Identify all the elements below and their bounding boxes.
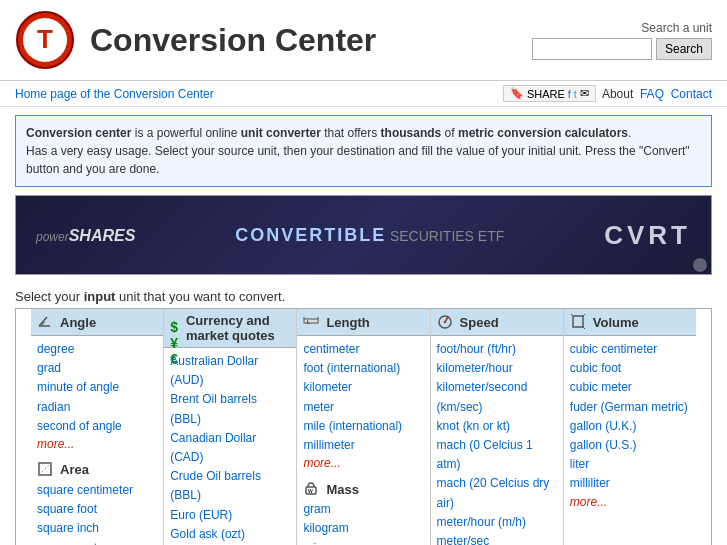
unit-gallon-us[interactable]: gallon (U.S.) <box>570 436 690 455</box>
unit-kilogram[interactable]: kilogram <box>303 519 423 538</box>
currency-header: $¥€ Currency and market quotes <box>164 309 296 348</box>
unit-fuder[interactable]: fuder (German metric) <box>570 398 690 417</box>
info-text-line2: Has a very easy usage. Select your sourc… <box>26 142 701 178</box>
unit-m-hr[interactable]: meter/hour (m/h) <box>437 513 557 532</box>
info-text-line1: Conversion center is a powerful online u… <box>26 124 701 142</box>
unit-sq-foot[interactable]: square foot <box>37 500 157 519</box>
volume-label: Volume <box>593 315 639 330</box>
unit-brent-bbl[interactable]: Brent Oil barrels (BBL) <box>170 390 290 428</box>
category-grid: Angle degree grad minute of angle radian… <box>15 308 712 545</box>
volume-more[interactable]: more... <box>570 495 607 509</box>
unit-centimeter[interactable]: centimeter <box>303 340 423 359</box>
length-label: Length <box>326 315 369 330</box>
contact-link[interactable]: Contact <box>671 87 712 101</box>
svg-line-19 <box>583 327 585 329</box>
search-button[interactable]: Search <box>656 38 712 60</box>
select-label: Select your input unit that you want to … <box>0 283 727 308</box>
unit-mach-0c[interactable]: mach (0 Celcius 1 atm) <box>437 436 557 474</box>
volume-header: Volume <box>564 309 696 336</box>
unit-gram[interactable]: gram <box>303 500 423 519</box>
unit-knot[interactable]: knot (kn or kt) <box>437 417 557 436</box>
bookmark-icon: 🔖 <box>510 87 524 100</box>
svg-text:T: T <box>37 24 53 54</box>
angle-header: Angle <box>31 309 163 336</box>
info-bold1: Conversion center <box>26 126 131 140</box>
unit-liter[interactable]: liter <box>570 455 690 474</box>
unit-eur[interactable]: Euro (EUR) <box>170 506 290 525</box>
unit-grad[interactable]: grad <box>37 359 157 378</box>
length-more[interactable]: more... <box>303 456 340 470</box>
logo: T <box>15 10 75 70</box>
ad-content: CONVERTIBLE SECURITIES ETF <box>235 225 504 246</box>
unit-sq-centimeter[interactable]: square centimeter <box>37 481 157 500</box>
svg-text:W: W <box>308 488 313 494</box>
ad-ticker: CVRT <box>604 220 691 251</box>
mass-header: W Mass <box>303 480 423 498</box>
unit-cubic-meter[interactable]: cubic meter <box>570 378 690 397</box>
search-row: Search <box>532 38 712 60</box>
mass-label: Mass <box>326 482 359 497</box>
unit-sq-meter[interactable]: square meter <box>37 539 157 546</box>
speed-label: Speed <box>460 315 499 330</box>
unit-crude-bbl[interactable]: Crude Oil barrels (BBL) <box>170 467 290 505</box>
svg-text:L: L <box>307 319 310 325</box>
unit-milliliter[interactable]: milliliter <box>570 474 690 493</box>
site-title: Conversion Center <box>90 22 522 59</box>
unit-second-of-angle[interactable]: second of angle <box>37 417 157 436</box>
unit-ft-hr[interactable]: foot/hour (ft/hr) <box>437 340 557 359</box>
svg-line-6 <box>39 463 51 475</box>
svg-line-4 <box>39 317 47 326</box>
col-volume: Volume cubic centimeter cubic foot cubic… <box>564 309 696 545</box>
svg-line-17 <box>571 314 573 316</box>
unit-degree[interactable]: degree <box>37 340 157 359</box>
svg-line-18 <box>583 314 585 316</box>
unit-m-sec[interactable]: meter/sec <box>437 532 557 545</box>
unit-foot-intl[interactable]: foot (international) <box>303 359 423 378</box>
unit-meter[interactable]: meter <box>303 398 423 417</box>
unit-gold-ask[interactable]: Gold ask (ozt) <box>170 525 290 544</box>
area-icon <box>37 461 55 479</box>
faq-link[interactable]: FAQ <box>640 87 664 101</box>
col-speed: Speed foot/hour (ft/hr) kilometer/hour k… <box>431 309 564 545</box>
share-area: 🔖 SHARE f t ✉ About FAQ Contact <box>503 85 712 102</box>
info-bold4: metric conversion calculators <box>458 126 628 140</box>
share-button[interactable]: 🔖 SHARE f t ✉ <box>503 85 596 102</box>
angle-icon <box>37 313 55 331</box>
unit-km-hr[interactable]: kilometer/hour <box>437 359 557 378</box>
unit-mach-20c[interactable]: mach (20 Celcius dry air) <box>437 474 557 512</box>
unit-microgram[interactable]: microgram <box>303 539 423 546</box>
unit-sq-inch[interactable]: square inch <box>37 519 157 538</box>
info-box: Conversion center is a powerful online u… <box>15 115 712 187</box>
ad-banner[interactable]: powerSHARES CONVERTIBLE SECURITIES ETF C… <box>15 195 712 275</box>
nav-bar: Home page of the Conversion Center 🔖 SHA… <box>0 81 727 107</box>
search-input[interactable] <box>532 38 652 60</box>
about-links: About FAQ Contact <box>602 87 712 101</box>
unit-cad[interactable]: Canadian Dollar (CAD) <box>170 429 290 467</box>
ad-logo: powerSHARES <box>36 225 135 246</box>
col-angle: Angle degree grad minute of angle radian… <box>31 309 164 545</box>
angle-label: Angle <box>60 315 96 330</box>
unit-millimeter[interactable]: millimeter <box>303 436 423 455</box>
home-link[interactable]: Home page of the Conversion Center <box>15 87 214 101</box>
facebook-icon: f <box>568 88 571 100</box>
unit-radian[interactable]: radian <box>37 398 157 417</box>
unit-km-sec[interactable]: kilometer/second (km/sec) <box>437 378 557 416</box>
currency-icon: $¥€ <box>170 319 181 337</box>
unit-gallon-uk[interactable]: gallon (U.K.) <box>570 417 690 436</box>
unit-cubic-cm[interactable]: cubic centimeter <box>570 340 690 359</box>
header: T Conversion Center Search a unit Search <box>0 0 727 81</box>
about-separator: About <box>602 87 633 101</box>
volume-icon <box>570 313 588 331</box>
unit-kilometer[interactable]: kilometer <box>303 378 423 397</box>
svg-point-15 <box>443 321 445 323</box>
speed-icon <box>437 313 455 331</box>
unit-minute-of-angle[interactable]: minute of angle <box>37 378 157 397</box>
ad-info-icon: i <box>693 258 707 272</box>
mass-icon: W <box>303 480 321 498</box>
select-bold: input <box>84 289 116 304</box>
twitter-icon: t <box>574 88 577 100</box>
unit-cubic-foot[interactable]: cubic foot <box>570 359 690 378</box>
unit-mile-intl[interactable]: mile (international) <box>303 417 423 436</box>
angle-more[interactable]: more... <box>37 437 74 451</box>
unit-aud[interactable]: Australian Dollar (AUD) <box>170 352 290 390</box>
